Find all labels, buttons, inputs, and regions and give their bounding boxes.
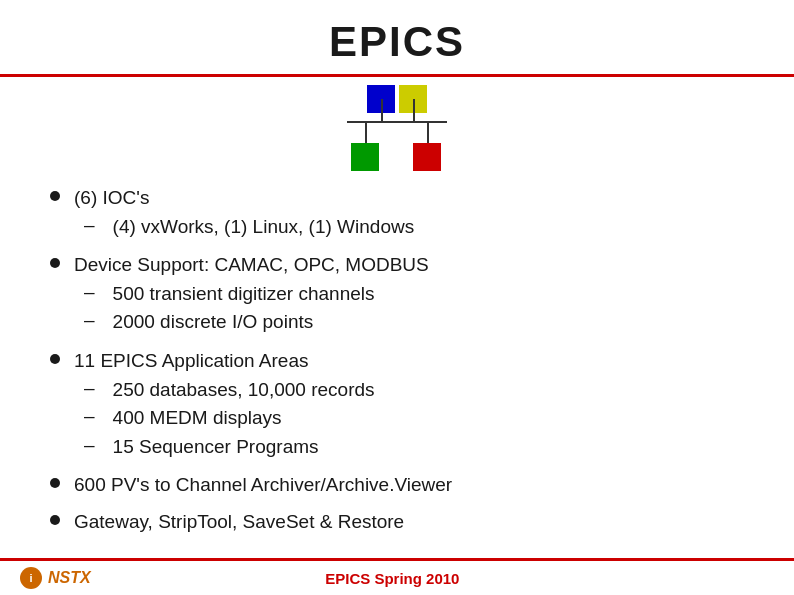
footer-center-text: EPICS Spring 2010 xyxy=(325,570,459,587)
sub-text: 400 MEDM displays xyxy=(113,405,282,432)
sub-item: – 400 MEDM displays xyxy=(74,405,375,432)
green-square xyxy=(351,143,379,171)
bullet-dot xyxy=(50,191,60,201)
bullet-text: Gateway, StripTool, SaveSet & Restore xyxy=(74,509,404,536)
sub-item: – 2000 discrete I/O points xyxy=(74,309,429,336)
page-header: EPICS xyxy=(0,0,794,77)
bullet-dot xyxy=(50,515,60,525)
sub-item: – 500 transient digitizer channels xyxy=(74,281,429,308)
list-item: (6) IOC's – (4) vxWorks, (1) Linux, (1) … xyxy=(50,185,744,242)
red-square xyxy=(413,143,441,171)
logo-circle: i xyxy=(20,567,42,589)
list-item: Device Support: CAMAC, OPC, MODBUS – 500… xyxy=(50,252,744,338)
v-line-br xyxy=(427,121,429,143)
bullet-text: 11 EPICS Application Areas xyxy=(74,350,308,371)
page-title: EPICS xyxy=(329,18,465,65)
sub-text: 250 databases, 10,000 records xyxy=(113,377,375,404)
sub-text: 15 Sequencer Programs xyxy=(113,434,319,461)
sub-item: – 250 databases, 10,000 records xyxy=(74,377,375,404)
footer-logo: i NSTX xyxy=(20,567,91,589)
h-line xyxy=(347,121,447,123)
sub-item: – (4) vxWorks, (1) Linux, (1) Windows xyxy=(74,214,414,241)
list-item: Gateway, StripTool, SaveSet & Restore xyxy=(50,509,744,536)
sub-text: 500 transient digitizer channels xyxy=(113,281,375,308)
sub-text: 2000 discrete I/O points xyxy=(113,309,314,336)
v-line-right xyxy=(413,99,415,121)
main-content: (6) IOC's – (4) vxWorks, (1) Linux, (1) … xyxy=(0,175,794,536)
bullet-text: (6) IOC's xyxy=(74,187,149,208)
footer-logo-text: NSTX xyxy=(48,569,91,587)
bullet-text: Device Support: CAMAC, OPC, MODBUS xyxy=(74,254,429,275)
v-line-left xyxy=(381,99,383,121)
bullet-dot xyxy=(50,478,60,488)
v-line-bl xyxy=(365,121,367,143)
list-item: 11 EPICS Application Areas – 250 databas… xyxy=(50,348,744,462)
network-diagram xyxy=(0,85,794,175)
bullet-dot xyxy=(50,258,60,268)
page-footer: i NSTX EPICS Spring 2010 xyxy=(0,558,794,595)
sub-text: (4) vxWorks, (1) Linux, (1) Windows xyxy=(113,214,415,241)
bullet-dot xyxy=(50,354,60,364)
bullet-text: 600 PV's to Channel Archiver/Archive.Vie… xyxy=(74,472,452,499)
sub-item: – 15 Sequencer Programs xyxy=(74,434,375,461)
list-item: 600 PV's to Channel Archiver/Archive.Vie… xyxy=(50,472,744,499)
